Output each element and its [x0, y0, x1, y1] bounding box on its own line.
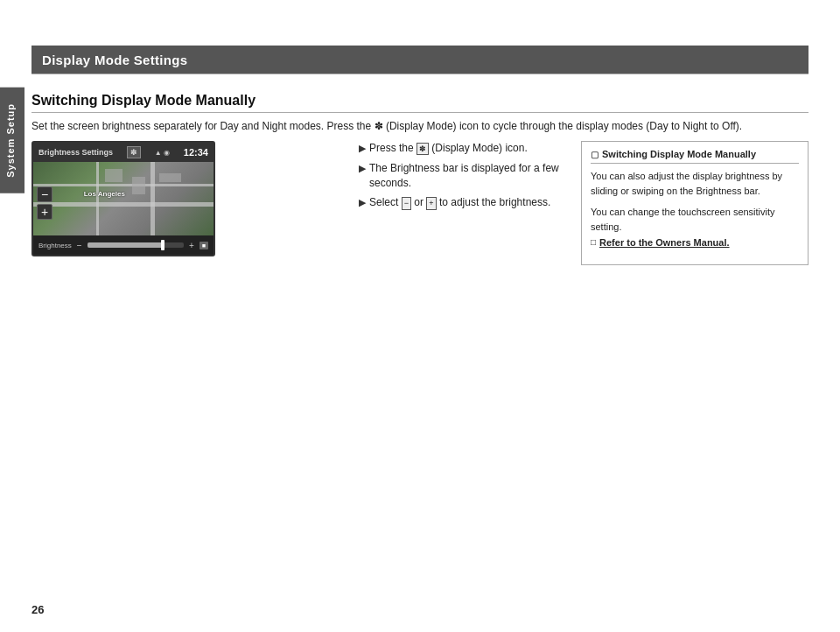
screen-mockup-title: Brightness Settings [38, 148, 113, 157]
step-2-text: The Brightness bar is displayed for a fe… [369, 161, 560, 191]
step-1: ▶ Press the ✽ (Display Mode) icon. [359, 141, 560, 156]
page-number: 26 [32, 603, 44, 616]
book-icon: □ [591, 237, 596, 247]
step-1-arrow: ▶ [359, 142, 366, 156]
note-header-icon: ▢ [591, 150, 598, 159]
map-road-h1 [33, 184, 214, 186]
step-1-text: Press the ✽ (Display Mode) icon. [369, 141, 560, 156]
brightness-track[interactable] [88, 242, 184, 248]
map-building-1 [105, 169, 122, 182]
note-para2: You can change the touchscreen sensitivi… [591, 205, 799, 234]
intro-text: Set the screen brightness separately for… [32, 118, 808, 134]
note-header: ▢ Switching Display Mode Manually [591, 149, 799, 164]
brightness-fill [88, 242, 164, 248]
map-road-v1 [96, 162, 99, 235]
section-title: Switching Display Mode Manually [32, 93, 808, 113]
city-label: Los Angeles [84, 190, 125, 198]
minus-button[interactable]: − [37, 186, 52, 202]
brightness-thumb [161, 240, 164, 250]
display-mode-icon-screen: ✽ [127, 146, 141, 158]
screen-time: 12:34 [184, 147, 208, 158]
map-building-3 [159, 173, 181, 182]
refer-text: Refer to the Owners Manual. [599, 235, 730, 250]
map-area: Los Angeles − + [33, 162, 214, 235]
left-column: Brightness Settings ✽ ▲ ◉ 12:34 [32, 141, 338, 265]
brightness-end-button[interactable]: ■ [200, 242, 208, 249]
columns-layout: Brightness Settings ✽ ▲ ◉ 12:34 [32, 141, 808, 265]
screen-signal-icons: ▲ ◉ [155, 149, 170, 157]
map-building-2 [132, 177, 145, 194]
plus-button[interactable]: + [37, 204, 52, 220]
plus-icon-step3: + [426, 197, 436, 210]
step-3: ▶ Select − or + to adjust the brightness… [359, 195, 560, 210]
brightness-label: Brightness [38, 242, 72, 249]
map-road-h2 [33, 202, 214, 207]
screen-mockup: Brightness Settings ✽ ▲ ◉ 12:34 [32, 141, 215, 256]
right-column: ▢ Switching Display Mode Manually You ca… [581, 141, 808, 265]
note-header-text: Switching Display Mode Manually [602, 149, 756, 159]
brightness-bar-area: Brightness − + ■ [33, 235, 214, 255]
brightness-minus-icon: − [77, 241, 82, 250]
brightness-plus-icon: + [189, 241, 194, 250]
refer-line: □ Refer to the Owners Manual. [591, 235, 799, 257]
screen-controls: − + [37, 186, 52, 220]
note-para1: You can also adjust the display brightne… [591, 169, 799, 198]
header-bar: Display Mode Settings [32, 46, 808, 74]
step-2-arrow: ▶ [359, 162, 366, 191]
step-2: ▶ The Brightness bar is displayed for a … [359, 161, 560, 191]
screen-top-bar: Brightness Settings ✽ ▲ ◉ 12:34 [33, 143, 214, 162]
sidebar-tab: System Setup [0, 88, 24, 193]
main-content: Switching Display Mode Manually Set the … [32, 84, 808, 597]
minus-icon-step3: − [402, 197, 411, 210]
note-box: ▢ Switching Display Mode Manually You ca… [581, 141, 808, 265]
step-3-arrow: ▶ [359, 196, 366, 210]
map-road-v2 [150, 162, 155, 235]
steps-column: ▶ Press the ✽ (Display Mode) icon. ▶ The… [359, 141, 560, 265]
step-3-text: Select − or + to adjust the brightness. [369, 195, 560, 210]
display-mode-icon-intro: ✽ [374, 120, 383, 132]
header-title: Display Mode Settings [42, 53, 187, 67]
header-line [32, 74, 808, 74]
display-mode-icon-step1: ✽ [416, 143, 429, 156]
